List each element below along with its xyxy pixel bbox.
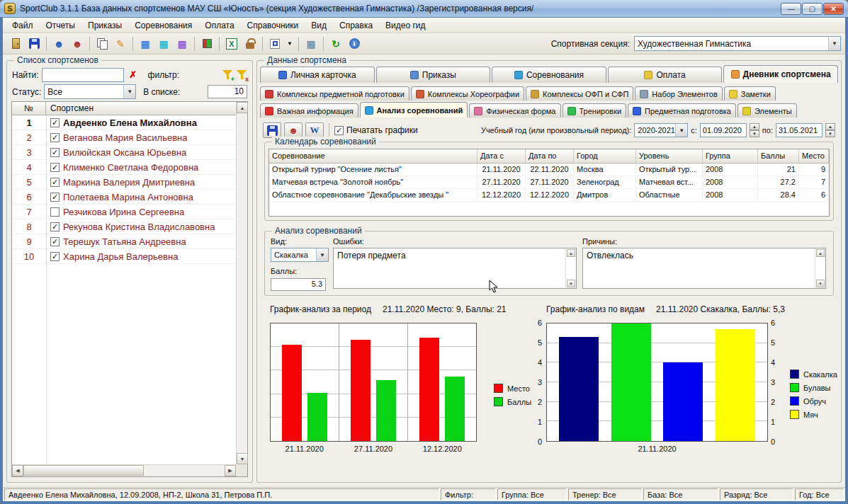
tab-notes[interactable]: Заметки — [724, 86, 776, 101]
maximize-button[interactable]: ▢ — [802, 3, 822, 15]
info-button[interactable]: i — [346, 35, 363, 52]
date-from-field[interactable]: 01.09.2020 — [700, 123, 747, 137]
refresh-button[interactable]: ↻ — [327, 35, 344, 52]
tab-competition-analysis[interactable]: Анализ соревнований — [360, 102, 468, 118]
menu-competitions[interactable]: Соревнования — [128, 18, 198, 33]
menu-view[interactable]: Вид — [305, 18, 333, 33]
menu-orders[interactable]: Приказы — [81, 18, 128, 33]
tab-choreography-complexes[interactable]: Комплексы Хореографии — [411, 86, 524, 101]
export-word-button[interactable]: W — [305, 122, 324, 138]
spin-down-icon[interactable]: ▼ — [750, 130, 759, 137]
tab-subject-complexes[interactable]: Комплексы предметной подготовки — [260, 86, 409, 101]
chevron-down-icon[interactable]: ▼ — [316, 248, 328, 261]
report-table1-button[interactable]: ▦ — [137, 35, 154, 52]
calendar-row[interactable]: Областное соревнование "Декабрьские звез… — [269, 188, 829, 201]
menu-payment[interactable]: Оплата — [198, 18, 240, 33]
lock-button[interactable] — [242, 35, 259, 52]
spin-up-icon[interactable]: ▲ — [825, 123, 835, 130]
col-city[interactable]: Город — [574, 149, 636, 163]
shape-tool-dropdown[interactable]: ▼ — [285, 35, 295, 52]
add-athlete-button[interactable]: ☻ — [50, 35, 67, 52]
chevron-down-icon[interactable]: ▼ — [828, 37, 840, 50]
tab-elements-set[interactable]: Набор Элементов — [635, 86, 722, 101]
col-level[interactable]: Уровень — [636, 149, 703, 163]
print-charts-checkbox[interactable]: ✓ — [334, 126, 344, 135]
athlete-checkbox[interactable]: ✓ — [50, 193, 60, 202]
athlete-checkbox[interactable]: ✓ — [50, 118, 60, 127]
vid-select[interactable]: Скакалка ▼ — [271, 248, 329, 262]
col-place[interactable]: Место — [799, 149, 829, 163]
horizontal-scrollbar[interactable]: ◀ ▶ — [12, 464, 236, 476]
year-select[interactable]: 2020-2021 ▼ — [634, 123, 688, 137]
copy-button[interactable] — [94, 35, 111, 52]
scroll-up-button[interactable]: ▲ — [237, 102, 248, 113]
sport-section-select[interactable]: Художественная Гимнастика ▼ — [634, 36, 841, 51]
chevron-down-icon[interactable]: ▼ — [123, 85, 135, 98]
scroll-up-button[interactable]: ▲ — [567, 249, 575, 257]
menu-help[interactable]: Справка — [333, 18, 379, 33]
textarea-scrollbar[interactable]: ▲▼ — [565, 248, 576, 288]
save-button[interactable] — [26, 35, 43, 52]
diary-print-button[interactable]: ☻ — [284, 122, 303, 138]
scroll-down-button[interactable]: ▼ — [816, 280, 825, 287]
tab-physical-form[interactable]: Физическая форма — [469, 103, 560, 118]
status-select[interactable]: Все ▼ — [44, 84, 136, 99]
col-points[interactable]: Баллы — [758, 149, 799, 163]
column-header-name[interactable]: Спортсмен — [46, 102, 236, 115]
athlete-checkbox[interactable]: ✓ — [50, 133, 60, 142]
scroll-down-button[interactable]: ▼ — [237, 453, 248, 464]
tab-important-info[interactable]: Важная информация — [260, 103, 358, 118]
athlete-checkbox[interactable] — [50, 207, 60, 217]
tab-ofp-sfp-complexes[interactable]: Комплексы ОФП и СФП — [526, 86, 633, 101]
col-date-to[interactable]: Дата по — [526, 149, 574, 163]
clear-search-button[interactable]: ✗ — [127, 69, 140, 81]
date-from-spinner[interactable]: ▲▼ — [750, 123, 759, 137]
athlete-checkbox[interactable]: ✓ — [50, 163, 60, 172]
diary-save-button[interactable] — [263, 122, 281, 138]
scrollbar-thumb[interactable] — [23, 465, 144, 476]
athlete-checkbox[interactable]: ✓ — [50, 222, 60, 231]
find-input[interactable] — [42, 68, 124, 82]
reasons-textarea[interactable]: Отвлеклась ▲▼ — [582, 248, 826, 289]
athlete-checkbox[interactable]: ✓ — [50, 148, 60, 157]
tab-trainings[interactable]: Тренировки — [562, 103, 627, 118]
menu-videoguide[interactable]: Видео гид — [379, 18, 431, 33]
athlete-checkbox[interactable]: ✓ — [50, 237, 60, 246]
menu-reports[interactable]: Отчеты — [40, 18, 81, 33]
athlete-card-button[interactable]: ☻ — [69, 35, 86, 52]
tab-diary[interactable]: Дневник спортсмена — [723, 65, 838, 83]
date-to-spinner[interactable]: ▲▼ — [825, 123, 835, 137]
close-button[interactable]: ✕ — [823, 3, 844, 15]
scroll-right-button[interactable]: ▶ — [225, 465, 236, 476]
col-competition[interactable]: Соревнование — [269, 149, 477, 163]
title-bar[interactable]: S SportClub 3.1.1 База данных спортсмено… — [0, 0, 848, 17]
athlete-checkbox[interactable]: ✓ — [50, 178, 60, 187]
menu-directories[interactable]: Справочники — [241, 18, 305, 33]
spin-down-icon[interactable]: ▼ — [825, 130, 835, 137]
scroll-down-button[interactable]: ▼ — [567, 280, 575, 287]
exit-button[interactable] — [7, 35, 24, 52]
col-group[interactable]: Группа — [703, 149, 758, 163]
calendar-row[interactable]: Матчевая встреча "Золотой ноябрь" 27.11.… — [269, 176, 829, 188]
minimize-button[interactable]: — — [781, 3, 801, 15]
calendar-row[interactable]: Открытый турнир "Осенние листья" 21.11.2… — [269, 163, 829, 176]
shape-tool-button[interactable] — [266, 35, 283, 52]
menu-file[interactable]: Файл — [6, 18, 40, 33]
edit-button[interactable]: ✎ — [112, 35, 129, 52]
errors-textarea[interactable]: Потеря предмета ▲▼ — [333, 248, 577, 289]
filter-apply-button[interactable]: + — [222, 69, 233, 81]
athlete-checkbox[interactable]: ✓ — [50, 252, 60, 261]
col-date-from[interactable]: Дата с — [477, 149, 526, 163]
grid-button[interactable]: ▦ — [303, 35, 320, 52]
tab-subject-preparation[interactable]: Предметная подготовка — [628, 103, 736, 118]
filter-clear-button[interactable]: x — [236, 69, 247, 81]
textarea-scrollbar[interactable]: ▲▼ — [815, 248, 825, 288]
excel-export-button[interactable]: X — [223, 35, 240, 52]
tab-payment[interactable]: Оплата — [608, 67, 723, 83]
column-header-num[interactable]: № — [12, 102, 46, 115]
tab-personal-card[interactable]: Личная карточка — [260, 67, 375, 83]
report-table2-button[interactable]: ▦ — [155, 35, 172, 52]
date-to-field[interactable]: 31.05.2021 — [776, 123, 822, 137]
tab-competitions[interactable]: Соревнования — [492, 67, 606, 83]
tab-elements[interactable]: Элементы — [737, 103, 797, 118]
